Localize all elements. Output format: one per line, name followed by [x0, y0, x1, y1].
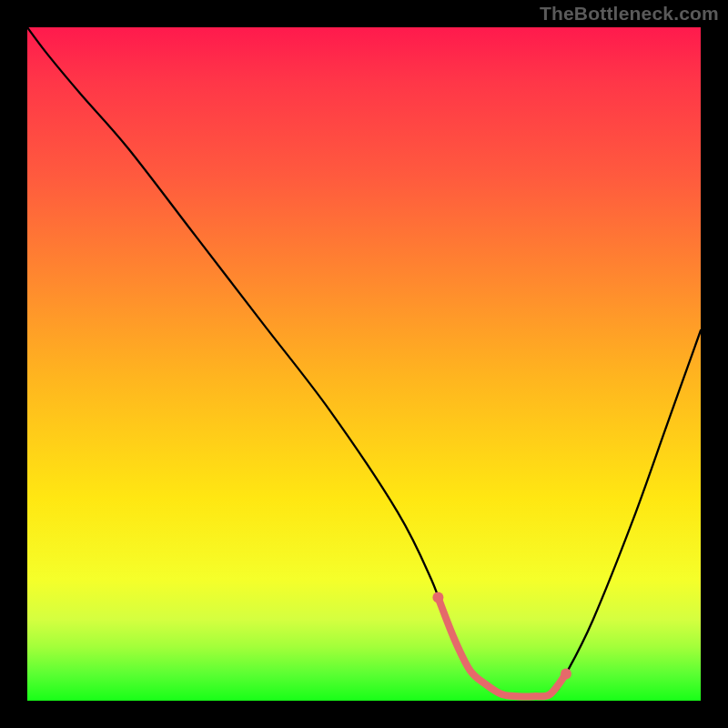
curve-overlay: [27, 27, 701, 701]
bottleneck-curve: [27, 27, 701, 697]
highlight-dot-right: [561, 668, 571, 679]
highlight-dot-left: [432, 592, 443, 603]
chart-frame: TheBottleneck.com: [0, 0, 728, 728]
watermark-text: TheBottleneck.com: [540, 3, 719, 25]
baseline-highlight: [438, 598, 566, 697]
